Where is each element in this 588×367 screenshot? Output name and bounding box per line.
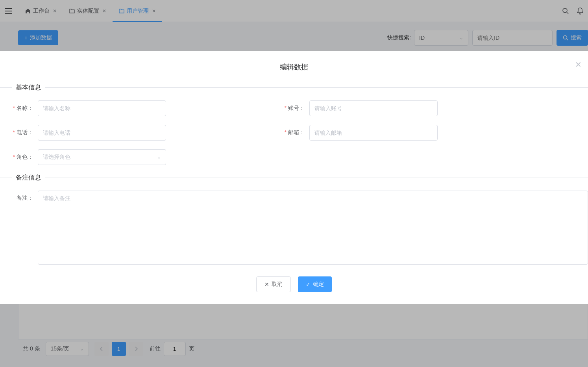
- section-basic-info: 基本信息: [0, 83, 588, 92]
- confirm-button[interactable]: ✓ 确定: [298, 276, 332, 292]
- role-label: *角色：: [0, 154, 38, 161]
- name-label: *名称：: [0, 105, 38, 112]
- email-label: *邮箱：: [272, 129, 309, 136]
- role-placeholder: 请选择角色: [43, 154, 70, 161]
- account-label: *账号：: [272, 105, 309, 112]
- confirm-label: 确定: [313, 281, 324, 288]
- phone-label: *电话：: [0, 129, 38, 136]
- edit-data-modal: 编辑数据 ✕ 基本信息 *名称： *账号： *电话： *邮箱： *角色： 请选择…: [0, 51, 588, 304]
- phone-input[interactable]: [38, 125, 166, 141]
- remark-textarea[interactable]: [38, 191, 588, 265]
- role-select[interactable]: 请选择角色 ⌄: [38, 149, 166, 165]
- email-input[interactable]: [309, 125, 438, 141]
- name-input[interactable]: [38, 100, 166, 116]
- cancel-label: 取消: [272, 281, 283, 288]
- section-remark-info: 备注信息: [0, 174, 588, 182]
- check-icon: ✓: [306, 281, 311, 287]
- close-icon[interactable]: ✕: [575, 60, 582, 69]
- close-icon: ✕: [264, 281, 269, 287]
- modal-title: 编辑数据: [0, 62, 588, 72]
- account-input[interactable]: [309, 100, 438, 116]
- chevron-down-icon: ⌄: [157, 154, 161, 160]
- remark-label: 备注：: [0, 191, 38, 202]
- cancel-button[interactable]: ✕ 取消: [256, 276, 291, 292]
